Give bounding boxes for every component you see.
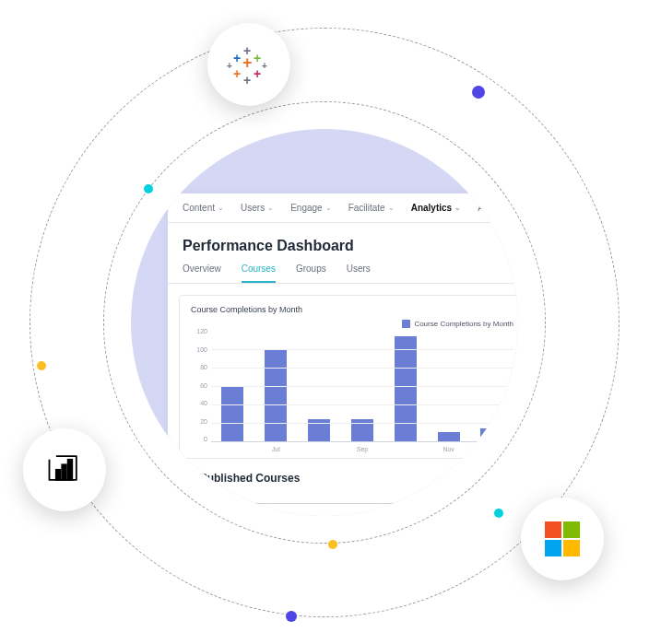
tableau-icon: + + + + + + + + +	[230, 46, 267, 83]
bar-Jun	[221, 387, 243, 442]
page-title: Performance Dashboard	[168, 223, 518, 263]
top-nav: Content ⌄Users ⌄Engage ⌄Facilitate ⌄Anal…	[168, 193, 518, 223]
tab-users[interactable]: Users	[347, 263, 371, 283]
legend-swatch	[402, 320, 410, 328]
bar-Nov	[438, 432, 460, 441]
chart-bars	[211, 332, 513, 441]
tableau-node: + + + + + + + + +	[207, 23, 290, 106]
chart-legend: Course Completions by Month	[191, 320, 513, 328]
tab-courses[interactable]: Courses	[242, 263, 276, 283]
chevron-down-icon: ⌄	[454, 204, 461, 212]
chevron-down-icon: ⌄	[267, 204, 274, 212]
powerbi-icon	[44, 448, 85, 492]
svg-rect-6	[62, 464, 66, 479]
bar-chart: 120100806040200	[211, 332, 513, 442]
nav-analytics[interactable]: Analytics ⌄	[411, 203, 461, 213]
orbit-dot	[286, 611, 297, 622]
chevron-down-icon: ⌄	[325, 204, 332, 212]
microsoft-node	[521, 498, 604, 580]
svg-rect-5	[56, 470, 61, 480]
orbit-dot	[37, 361, 46, 370]
tab-groups[interactable]: Groups	[296, 263, 326, 283]
orbit-dot	[328, 540, 337, 549]
legend-label: Course Completions by Month	[414, 320, 513, 328]
nav-content[interactable]: Content ⌄	[183, 203, 224, 213]
chart-card: Course Completions by Month Course Compl…	[179, 295, 518, 459]
y-axis-labels: 120100806040200	[191, 328, 207, 442]
microsoft-icon	[545, 521, 580, 556]
bar-Jul	[265, 350, 287, 441]
chevron-down-icon: ⌄	[388, 204, 395, 212]
dashboard-circle: Content ⌄Users ⌄Engage ⌄Facilitate ⌄Anal…	[131, 129, 518, 516]
orbit-dot	[472, 86, 485, 99]
x-axis-labels: JulSepNov	[211, 446, 513, 452]
chevron-down-icon: ⌄	[218, 204, 224, 212]
orbit-dot	[144, 184, 153, 193]
orbit-dot	[494, 509, 503, 518]
tab-overview[interactable]: Overview	[183, 263, 221, 283]
bar-Oct	[395, 336, 417, 441]
powerbi-node	[23, 428, 106, 511]
nav-users[interactable]: Users ⌄	[241, 203, 274, 213]
nav-engage[interactable]: Engage ⌄	[290, 203, 331, 213]
tab-bar: OverviewCoursesGroupsUsers	[168, 263, 518, 284]
nav-facilitate[interactable]: Facilitate ⌄	[348, 203, 395, 213]
svg-rect-7	[68, 460, 73, 480]
chart-title: Course Completions by Month	[191, 305, 513, 314]
